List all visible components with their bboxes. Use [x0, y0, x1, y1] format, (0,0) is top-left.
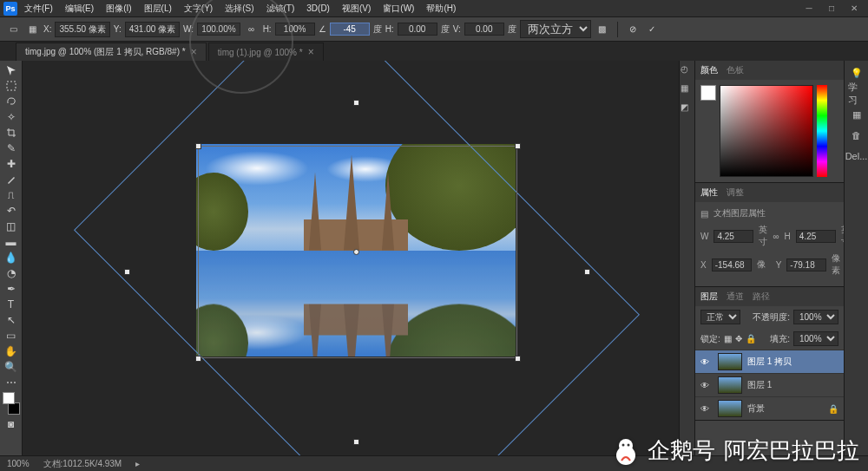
- delete-icon[interactable]: 🗑: [848, 128, 865, 142]
- zoom-status[interactable]: 100%: [7, 459, 30, 468]
- crop-tool-icon[interactable]: [2, 125, 21, 141]
- heal-tool-icon[interactable]: ✚: [2, 156, 21, 172]
- h-field[interactable]: 100%: [275, 23, 315, 36]
- menu-3d[interactable]: 3D(D): [301, 2, 335, 15]
- foreground-color[interactable]: [3, 392, 15, 404]
- interpolation-select[interactable]: 两次立方: [520, 20, 591, 38]
- wand-tool-icon[interactable]: ✧: [2, 109, 21, 125]
- skew-h-field[interactable]: 0.00: [398, 23, 437, 36]
- tab-inactive[interactable]: timg (1).jpg @ 100% *×: [208, 43, 324, 61]
- sv-picker[interactable]: [720, 85, 813, 177]
- more-tools-icon[interactable]: ⋯: [2, 375, 21, 390]
- tab-active[interactable]: timg.jpg @ 100% (图层 1 拷贝, RGB/8#) *×: [16, 43, 207, 61]
- dodge-tool-icon[interactable]: ◔: [2, 265, 21, 281]
- maximize-icon[interactable]: □: [821, 2, 842, 16]
- background-color[interactable]: [8, 402, 20, 415]
- eraser-tool-icon[interactable]: ◫: [2, 219, 21, 234]
- link-wh-icon[interactable]: ∞: [244, 22, 260, 37]
- learn-icon[interactable]: 💡: [848, 66, 865, 80]
- svg-point-2: [619, 439, 633, 453]
- libraries-icon[interactable]: ▦: [848, 108, 865, 121]
- canvas-area[interactable]: [23, 61, 679, 455]
- lasso-tool-icon[interactable]: [2, 94, 21, 109]
- menu-select[interactable]: 选择(S): [220, 1, 259, 16]
- x-field[interactable]: 355.50 像素: [55, 22, 109, 37]
- adjustments-tab[interactable]: 调整: [727, 186, 744, 199]
- tab-close-icon[interactable]: ×: [191, 46, 197, 58]
- lock-position-icon[interactable]: ✥: [735, 334, 742, 343]
- right-strip: 💡 学习 ▦ 🗑 Del...: [844, 61, 868, 455]
- swatches-tab[interactable]: 色板: [727, 64, 744, 76]
- skew-v-field[interactable]: 0.00: [464, 23, 504, 36]
- prop-h-field[interactable]: [796, 230, 836, 243]
- actions-panel-icon[interactable]: ▦: [681, 83, 694, 97]
- hand-tool-icon[interactable]: ✋: [2, 343, 21, 359]
- blur-tool-icon[interactable]: 💧: [2, 250, 21, 265]
- pen-tool-icon[interactable]: ✒: [2, 281, 21, 297]
- current-color-swatch[interactable]: [700, 85, 716, 101]
- eyedropper-tool-icon[interactable]: ✎: [2, 141, 21, 156]
- blend-mode-select[interactable]: 正常: [700, 310, 740, 324]
- layer-row[interactable]: 👁图层 1: [695, 373, 844, 396]
- paths-tab[interactable]: 路径: [753, 291, 770, 303]
- cancel-transform-icon[interactable]: ⊘: [625, 22, 641, 37]
- document-image[interactable]: [196, 144, 516, 357]
- w-field[interactable]: 100.00%: [197, 23, 240, 36]
- lock-pixels-icon[interactable]: ▦: [724, 334, 732, 343]
- prop-x-field[interactable]: [712, 258, 752, 271]
- document-tabs: timg.jpg @ 100% (图层 1 拷贝, RGB/8#) *× tim…: [0, 42, 868, 61]
- visibility-icon[interactable]: 👁: [700, 404, 713, 414]
- minimize-icon[interactable]: ─: [799, 2, 819, 16]
- shape-tool-icon[interactable]: ▭: [2, 328, 21, 343]
- channels-tab[interactable]: 通道: [727, 291, 744, 303]
- brush-tool-icon[interactable]: [2, 172, 21, 187]
- history-brush-icon[interactable]: ↶: [2, 203, 21, 219]
- menu-type[interactable]: 文字(Y): [179, 1, 218, 16]
- hue-slider[interactable]: [817, 85, 827, 177]
- prop-y-field[interactable]: [786, 258, 826, 271]
- marquee-tool-icon[interactable]: [2, 78, 21, 94]
- warp-icon[interactable]: ▩: [595, 22, 610, 37]
- color-tab[interactable]: 颜色: [700, 64, 718, 76]
- tab-close-icon[interactable]: ×: [308, 46, 314, 58]
- lock-all-icon[interactable]: 🔒: [746, 334, 756, 343]
- history-panel-icon[interactable]: ◴: [681, 64, 694, 78]
- fg-bg-swatches[interactable]: [2, 390, 21, 416]
- quickmask-icon[interactable]: ◙: [2, 416, 21, 432]
- docsize-status[interactable]: 文档:1012.5K/4.93M: [43, 458, 122, 470]
- angle-field[interactable]: -45: [330, 23, 370, 36]
- x-label: X:: [43, 24, 51, 34]
- zoom-tool-icon[interactable]: 🔍: [2, 359, 21, 375]
- info-panel-icon[interactable]: ◩: [681, 102, 694, 116]
- menu-help[interactable]: 帮助(H): [421, 1, 461, 16]
- opacity-field[interactable]: 100%: [793, 310, 838, 324]
- menu-layer[interactable]: 图层(L): [139, 1, 177, 16]
- gradient-tool-icon[interactable]: ▬: [2, 234, 21, 250]
- menu-filter[interactable]: 滤镜(T): [261, 1, 300, 16]
- path-select-icon[interactable]: ↖: [2, 312, 21, 328]
- prop-w-field[interactable]: [713, 230, 753, 243]
- y-field[interactable]: 431.00 像素: [125, 22, 180, 37]
- move-tool-icon[interactable]: [2, 62, 21, 78]
- layers-tab[interactable]: 图层: [700, 291, 718, 303]
- type-tool-icon[interactable]: T: [2, 297, 21, 312]
- properties-tab[interactable]: 属性: [700, 186, 718, 199]
- layer-row[interactable]: 👁图层 1 拷贝: [695, 350, 844, 373]
- layer-row[interactable]: 👁背景🔒: [695, 396, 844, 420]
- stamp-tool-icon[interactable]: ⎍: [2, 187, 21, 203]
- menu-view[interactable]: 视图(V): [337, 1, 376, 16]
- lock-icon: 🔒: [828, 404, 838, 414]
- commit-transform-icon[interactable]: ✓: [644, 22, 660, 37]
- ref-point-icon[interactable]: ▦: [24, 22, 40, 37]
- sv-deg: 度: [508, 23, 516, 36]
- link-icon[interactable]: ∞: [773, 232, 779, 241]
- layer-thumb: [718, 353, 742, 370]
- menu-window[interactable]: 窗口(W): [378, 1, 419, 16]
- menu-file[interactable]: 文件(F): [19, 1, 58, 16]
- menu-edit[interactable]: 编辑(E): [60, 1, 99, 16]
- close-icon[interactable]: ✕: [844, 2, 865, 16]
- visibility-icon[interactable]: 👁: [700, 357, 713, 367]
- menu-image[interactable]: 图像(I): [101, 1, 136, 16]
- fill-field[interactable]: 100%: [793, 331, 838, 346]
- visibility-icon[interactable]: 👁: [700, 381, 713, 390]
